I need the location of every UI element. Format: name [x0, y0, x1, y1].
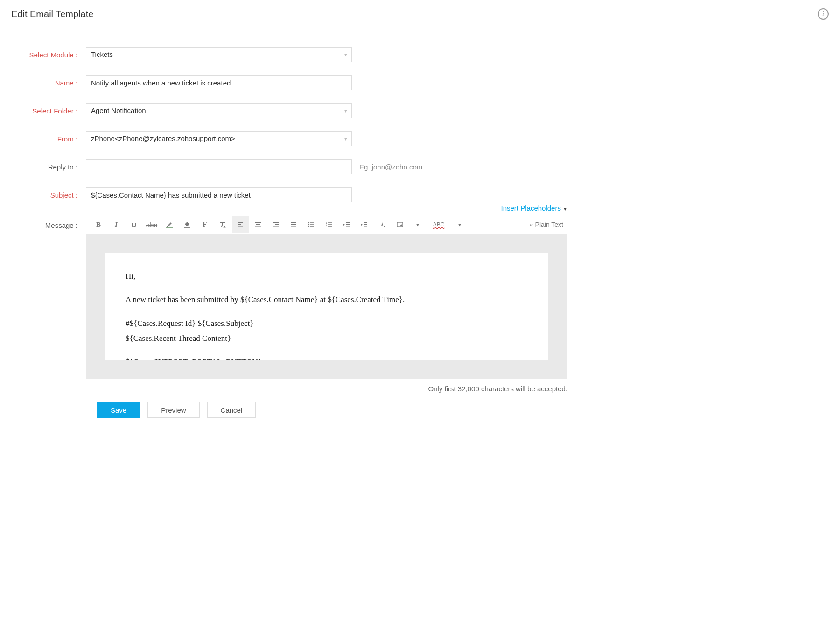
page-header: Edit Email Template i [0, 0, 840, 28]
editor-body[interactable]: Hi, A new ticket has been submitted by $… [86, 234, 567, 379]
strikethrough-button[interactable]: abc [143, 216, 160, 233]
svg-text:3: 3 [326, 225, 327, 228]
label-from: From : [11, 135, 86, 143]
subject-input[interactable] [86, 187, 352, 202]
caret-down-icon: ▼ [563, 206, 567, 212]
name-input[interactable] [86, 75, 352, 90]
reply-to-input[interactable] [86, 159, 352, 174]
label-subject: Subject : [11, 191, 86, 199]
label-reply-to: Reply to : [11, 163, 86, 171]
info-icon[interactable]: i [818, 8, 829, 20]
highlight-button[interactable] [161, 216, 178, 233]
clear-format-button[interactable] [214, 216, 231, 233]
svg-point-4 [308, 226, 309, 227]
body-line: ${Cases.Recent Thread Content} [126, 331, 528, 346]
underline-button[interactable]: U [126, 216, 142, 233]
save-button[interactable]: Save [97, 402, 140, 418]
body-line: #${Cases.Request Id} ${Cases.Subject} [126, 316, 528, 331]
module-select[interactable]: Tickets [86, 47, 352, 62]
label-folder: Select Folder : [11, 107, 86, 115]
cancel-button[interactable]: Cancel [207, 402, 256, 418]
font-button[interactable]: F [196, 216, 213, 233]
indent-button[interactable] [356, 216, 373, 233]
message-content[interactable]: Hi, A new ticket has been submitted by $… [105, 253, 548, 360]
fill-color-button[interactable] [179, 216, 196, 233]
insert-placeholders-label: Insert Placeholders [501, 204, 561, 212]
reply-to-hint: Eg. john@zoho.com [359, 163, 422, 171]
insert-image-button[interactable] [392, 216, 408, 233]
bullet-list-button[interactable] [303, 216, 320, 233]
align-justify-button[interactable] [285, 216, 302, 233]
insert-placeholders-link[interactable]: Insert Placeholders ▼ [501, 204, 567, 212]
from-select-value: zPhone<zPhone@zylcares.zohosupport.com> [91, 134, 235, 142]
italic-button[interactable]: I [108, 216, 125, 233]
from-select[interactable]: zPhone<zPhone@zylcares.zohosupport.com> [86, 131, 352, 146]
more-dropdown[interactable]: ▼ [409, 216, 426, 233]
svg-rect-1 [184, 227, 190, 228]
folder-select-value: Agent Notification [91, 106, 146, 114]
preview-button[interactable]: Preview [147, 402, 199, 418]
svg-point-9 [399, 223, 399, 224]
char-limit-note: Only first 32,000 characters will be acc… [86, 385, 567, 393]
spellcheck-button[interactable]: ABC [427, 216, 450, 233]
align-right-button[interactable] [267, 216, 284, 233]
svg-point-3 [308, 224, 309, 225]
svg-point-2 [308, 222, 309, 223]
label-message: Message : [11, 215, 86, 229]
template-form: Select Module : Tickets ▾ Name : Select … [0, 28, 579, 429]
plain-text-toggle[interactable]: Plain Text [530, 221, 563, 228]
label-name: Name : [11, 79, 86, 87]
page-title: Edit Email Template [11, 9, 93, 20]
number-list-button[interactable]: 123 [321, 216, 337, 233]
body-line: A new ticket has been submitted by ${Cas… [126, 292, 528, 307]
bold-button[interactable]: B [90, 216, 107, 233]
body-line: ${Cases.SUPPORT_PORTAL_BUTTON} [126, 354, 528, 360]
body-line: Hi, [126, 269, 528, 284]
outdent-button[interactable] [338, 216, 355, 233]
editor-toolbar: B I U abc F 123 ▼ ABC ▼ [86, 215, 567, 234]
spellcheck-dropdown[interactable]: ▼ [451, 216, 468, 233]
align-center-button[interactable] [250, 216, 266, 233]
font-color-button[interactable] [374, 216, 391, 233]
label-module: Select Module : [11, 51, 86, 59]
module-select-value: Tickets [91, 50, 113, 58]
svg-rect-0 [166, 227, 173, 228]
align-left-button[interactable] [232, 216, 249, 233]
folder-select[interactable]: Agent Notification [86, 103, 352, 118]
